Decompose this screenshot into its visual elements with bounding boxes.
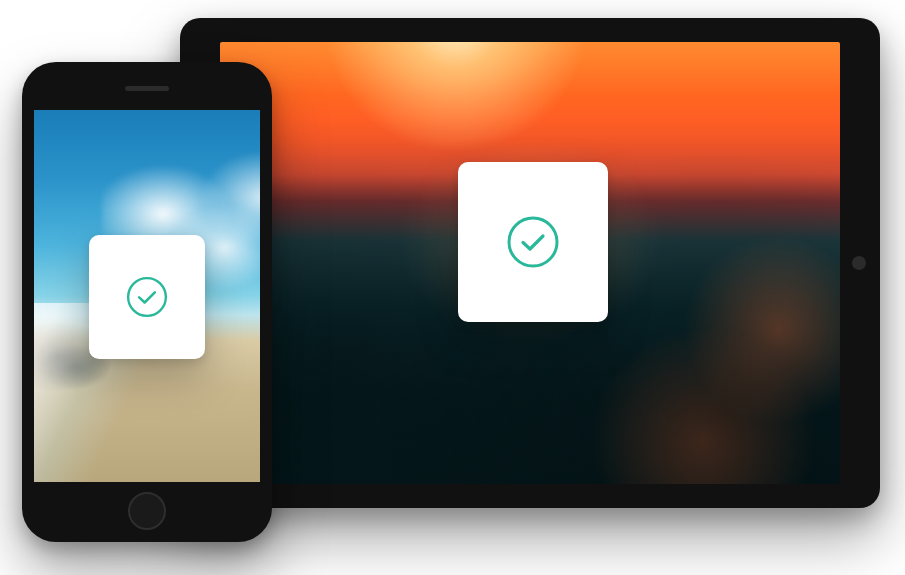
tablet-screen <box>220 42 840 484</box>
success-badge-card <box>89 235 205 359</box>
phone-home-button[interactable] <box>128 492 166 530</box>
svg-point-0 <box>509 218 557 266</box>
tablet-home-button[interactable] <box>852 256 866 270</box>
checkmark-circle-icon <box>505 214 561 270</box>
svg-point-1 <box>128 278 166 316</box>
checkmark-circle-icon <box>125 275 169 319</box>
tablet-device-frame <box>180 18 880 508</box>
phone-screen <box>34 110 260 482</box>
phone-speaker <box>125 86 169 91</box>
phone-device-frame <box>22 62 272 542</box>
success-badge-card <box>458 162 608 322</box>
device-mockup-group <box>0 0 905 575</box>
